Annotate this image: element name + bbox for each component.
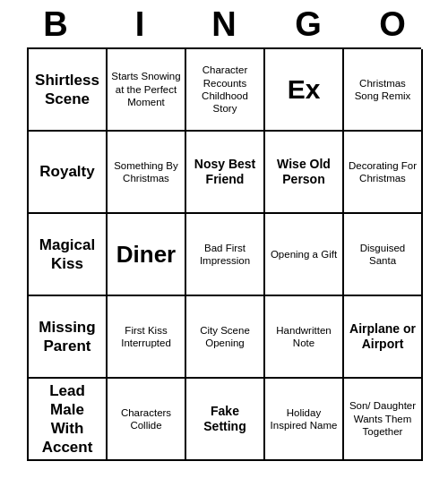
bingo-cell-0[interactable]: Shirtless Scene: [29, 49, 108, 132]
bingo-cell-23[interactable]: Holiday Inspired Name: [265, 379, 344, 461]
bingo-cell-14[interactable]: Disguised Santa: [344, 214, 423, 296]
bingo-cell-22[interactable]: Fake Setting: [186, 379, 265, 461]
bingo-cell-16[interactable]: First Kiss Interrupted: [108, 296, 186, 379]
bingo-cell-19[interactable]: Airplane or Airport: [344, 296, 423, 379]
bingo-cell-17[interactable]: City Scene Opening: [186, 296, 265, 379]
bingo-cell-3[interactable]: Ex: [265, 49, 344, 132]
bingo-cell-21[interactable]: Characters Collide: [108, 379, 186, 461]
bingo-cell-6[interactable]: Something By Christmas: [108, 132, 186, 214]
bingo-cell-15[interactable]: Missing Parent: [29, 296, 108, 379]
bingo-header: B I N G O: [13, 0, 435, 47]
header-i: I: [100, 5, 179, 44]
bingo-cell-12[interactable]: Bad First Impression: [186, 214, 265, 296]
bingo-cell-20[interactable]: Lead Male With Accent: [29, 379, 108, 461]
bingo-grid: Shirtless SceneStarts Snowing at the Per…: [27, 47, 421, 461]
bingo-cell-11[interactable]: Diner: [108, 214, 186, 296]
bingo-cell-8[interactable]: Wise Old Person: [265, 132, 344, 214]
header-b: B: [16, 5, 95, 44]
header-g: G: [269, 5, 348, 44]
bingo-cell-5[interactable]: Royalty: [29, 132, 108, 214]
bingo-cell-7[interactable]: Nosy Best Friend: [186, 132, 265, 214]
bingo-cell-18[interactable]: Handwritten Note: [265, 296, 344, 379]
header-o: O: [353, 5, 432, 44]
bingo-cell-1[interactable]: Starts Snowing at the Perfect Moment: [108, 49, 186, 132]
bingo-cell-2[interactable]: Character Recounts Childhood Story: [186, 49, 265, 132]
bingo-cell-4[interactable]: Christmas Song Remix: [344, 49, 423, 132]
header-n: N: [185, 5, 263, 44]
bingo-cell-24[interactable]: Son/ Daughter Wants Them Together: [344, 379, 423, 461]
bingo-cell-9[interactable]: Decorating For Christmas: [344, 132, 423, 214]
bingo-cell-10[interactable]: Magical Kiss: [29, 214, 108, 296]
bingo-cell-13[interactable]: Opening a Gift: [265, 214, 344, 296]
